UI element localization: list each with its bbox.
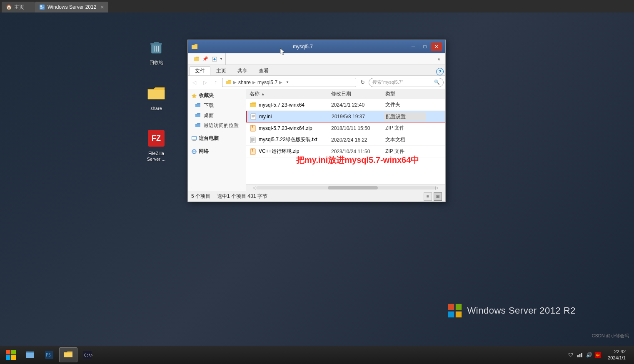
quick-access-dropdown[interactable]: ▼ [220, 57, 223, 61]
txt-icon [250, 137, 256, 143]
file-row[interactable]: mysql5.7.23绿色版安装.txt 2020/2/24 16:22 文本文… [246, 134, 445, 146]
zip-icon [250, 125, 256, 132]
h-scroll-track[interactable] [256, 186, 435, 189]
nav-download[interactable]: 下载 [188, 100, 246, 110]
svg-rect-7 [158, 46, 159, 52]
clock-time: 22:42 [608, 349, 626, 355]
h-scroll-thumb[interactable] [328, 186, 378, 189]
path-dropdown-icon[interactable]: ▼ [286, 80, 289, 84]
nav-desktop[interactable]: 桌面 [188, 110, 246, 120]
svg-rect-44 [6, 355, 10, 360]
view-details-button[interactable]: ≡ [424, 192, 432, 201]
status-selected-info: 选中1 个项目 431 字节 [217, 193, 267, 200]
computer-header[interactable]: 这台电脑 [188, 134, 246, 143]
forward-button[interactable]: ▷ [200, 78, 210, 87]
up-button[interactable]: ↑ [211, 78, 220, 87]
path-mysql[interactable]: mysql5.7 [257, 80, 277, 85]
tab-server[interactable]: Windows Server 2012 ✕ [35, 2, 108, 12]
horizontal-scrollbar[interactable]: ◁ ▷ [246, 184, 445, 191]
taskbar-folder[interactable] [59, 347, 77, 362]
file-row[interactable]: VC++运行环境.zip 2023/10/24 11:50 ZIP 文件 [246, 146, 445, 157]
col-date-header[interactable]: 修改日期 [329, 90, 384, 97]
file-type-cell: 文本文档 [384, 136, 425, 143]
view-toggle-buttons: ≡ ⊞ [424, 192, 442, 201]
tab-home[interactable]: 🏠 主页 [2, 2, 35, 12]
tray-shield-icon[interactable]: 🛡 [567, 351, 574, 359]
svg-rect-45 [11, 355, 16, 360]
nav-recent[interactable]: 最近访问的位置 [188, 120, 246, 130]
start-button[interactable] [2, 347, 20, 363]
qa-new-icon[interactable] [210, 55, 219, 63]
search-placeholder: 搜索"mysql5.7" [372, 79, 432, 85]
file-row[interactable]: mysql-5.7.23-winx64.zip 2018/10/11 15:50… [246, 122, 445, 134]
menu-tab-view[interactable]: 查看 [253, 66, 274, 75]
taskbar-file-manager[interactable] [21, 347, 39, 362]
file-manager-icon [25, 350, 35, 360]
col-type-header[interactable]: 类型 [384, 90, 425, 97]
qa-folder-icon[interactable] [192, 55, 200, 63]
recycle-bin-icon [146, 37, 166, 57]
window-title: mysql5.7 [200, 44, 405, 50]
taskbar-powershell[interactable]: PS [40, 347, 58, 362]
menu-tabs: 文件 主页 共享 查看 ? [188, 65, 445, 76]
minimize-button[interactable]: ─ [408, 42, 419, 51]
help-button[interactable]: ? [436, 68, 444, 75]
search-icon[interactable]: 🔍 [434, 80, 440, 85]
svg-rect-30 [250, 137, 255, 143]
desktop-icon-filezilla[interactable]: FZ FileZilla Server ... [142, 128, 171, 163]
file-list-header: 名称 ▲ 修改日期 类型 [246, 89, 445, 99]
refresh-button[interactable]: ↻ [358, 78, 367, 87]
path-arrow-3: ▶ [279, 80, 282, 85]
h-scroll-left[interactable]: ◁ [253, 185, 256, 190]
qa-pin-icon[interactable]: 📌 [201, 55, 210, 63]
svg-rect-54 [581, 353, 582, 357]
folder-icon [250, 102, 256, 108]
ribbon-expand-button[interactable]: ∧ [434, 57, 444, 61]
system-clock[interactable]: 22:42 2024/1/1 [604, 349, 629, 362]
back-button[interactable]: ◁ [190, 78, 199, 87]
svg-rect-42 [6, 350, 10, 354]
menu-tab-share[interactable]: 共享 [232, 66, 253, 75]
view-list-button[interactable]: ⊞ [434, 192, 442, 201]
file-date-cell: 2023/10/24 11:50 [329, 149, 384, 155]
menu-tab-file[interactable]: 文件 [190, 66, 210, 75]
file-name-cell: VC++运行环境.zip [246, 148, 329, 155]
tray-network-icon[interactable] [576, 351, 584, 359]
svg-rect-8 [150, 43, 162, 45]
tray-sound-icon[interactable]: 🔊 [585, 351, 593, 359]
os-watermark: Windows Server 2012 R2 [447, 303, 576, 318]
favorites-header[interactable]: 收藏夹 [188, 91, 246, 100]
cmd-icon: C:\> [82, 350, 92, 360]
filezilla-label: FileZilla Server ... [146, 150, 167, 163]
powershell-icon: PS [44, 350, 54, 360]
network-header[interactable]: 网络 [188, 147, 246, 156]
desktop-icon-recycle[interactable]: 回收站 [142, 37, 171, 66]
h-scroll-right[interactable]: ▷ [435, 185, 439, 190]
svg-text:C:\>: C:\> [84, 353, 92, 357]
tab-close-icon[interactable]: ✕ [100, 5, 104, 10]
close-button[interactable]: ✕ [431, 42, 442, 51]
network-icon [191, 149, 197, 155]
file-row-selected[interactable]: my.ini 2019/5/8 19:37 配置设置 [246, 111, 445, 122]
col-name-header[interactable]: 名称 ▲ [246, 90, 329, 97]
desktop-icon-share[interactable]: share [142, 83, 171, 112]
path-share[interactable]: share [238, 80, 251, 85]
folder-share-icon [146, 83, 166, 103]
tray-extra-icon[interactable]: 中 [594, 351, 602, 359]
taskbar-cmd[interactable]: C:\> [78, 347, 97, 362]
maximize-button[interactable]: □ [419, 42, 430, 51]
file-type-cell: 文件夹 [384, 101, 425, 108]
svg-rect-9 [154, 42, 159, 43]
search-box[interactable]: 搜索"mysql5.7" 🔍 [369, 78, 444, 87]
file-row[interactable]: mysql-5.7.23-winx64 2024/1/1 22:40 文件夹 [246, 99, 445, 111]
svg-rect-47 [26, 353, 34, 358]
menu-tab-home[interactable]: 主页 [211, 66, 232, 75]
recycle-label: 回收站 [148, 59, 165, 66]
taskbar-right: 🛡 🔊 中 22:42 2024 [567, 349, 632, 362]
svg-rect-17 [192, 137, 196, 140]
svg-rect-52 [577, 355, 579, 357]
browser-tabbar: 🏠 主页 Windows Server 2012 ✕ [0, 0, 634, 12]
address-path[interactable]: ▶ share ▶ mysql5.7 ▶ ▼ [222, 78, 356, 87]
svg-rect-40 [448, 312, 454, 317]
network-tray-icon [577, 352, 583, 358]
